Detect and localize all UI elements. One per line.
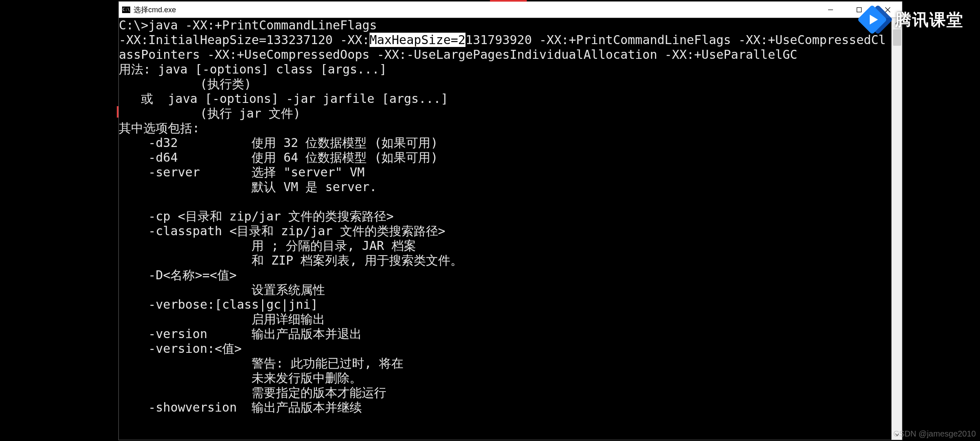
terminal-line: 启用详细输出 (119, 312, 325, 326)
terminal-line: 需要指定的版本才能运行 (119, 385, 386, 400)
terminal-line: assPointers -XX:+UseCompressedOops -XX:-… (119, 47, 797, 62)
terminal-line: 用法: java [-options] class [args...] (119, 62, 387, 76)
terminal-line: 131793920 -XX:+PrintCommandLineFlags -XX… (466, 33, 886, 47)
vertical-scrollbar[interactable] (891, 18, 902, 440)
terminal-line: -d32 使用 32 位数据模型 (如果可用) (119, 136, 438, 150)
window-controls (816, 2, 902, 18)
terminal-line: 和 ZIP 档案列表, 用于搜索类文件。 (119, 253, 463, 267)
titlebar[interactable]: C:\ 选择cmd.exe (119, 2, 902, 18)
terminal-line: 或 java [-options] -jar jarfile [args...] (119, 91, 448, 106)
terminal-line: -verbose:[class|gc|jni] (119, 297, 318, 312)
terminal-line: -version:<值> (119, 341, 242, 356)
cmd-icon: C:\ (122, 7, 130, 13)
chevron-up-icon (895, 21, 900, 26)
terminal-line: -d64 使用 64 位数据模型 (如果可用) (119, 150, 438, 165)
terminal-line: 其中选项包括: (119, 121, 200, 135)
terminal-line: 用 ; 分隔的目录, JAR 档案 (119, 238, 416, 253)
csdn-watermark: CSDN @jamesge2010 (893, 429, 976, 439)
terminal-line: -classpath <目录和 zip/jar 文件的类搜索路径> (119, 224, 445, 238)
terminal-output[interactable]: C:\>java -XX:+PrintCommandLineFlags -XX:… (119, 18, 891, 440)
terminal-line: (执行类) (119, 77, 252, 91)
cmd-window: C:\ 选择cmd.exe C:\>java -XX:+PrintCommand… (118, 1, 902, 440)
terminal-line: 设置系统属性 (119, 283, 325, 297)
terminal-line: -version 输出产品版本并退出 (119, 327, 362, 341)
brand-text: 腾讯课堂 (895, 9, 964, 31)
close-button[interactable] (873, 2, 902, 18)
close-icon (885, 7, 891, 13)
terminal-line: (执行 jar 文件) (119, 106, 301, 120)
minimize-button[interactable] (816, 2, 845, 18)
maximize-icon (856, 7, 862, 13)
scrollbar-thumb[interactable] (893, 29, 901, 46)
terminal-line: 默认 VM 是 server. (119, 180, 377, 194)
svg-rect-1 (857, 8, 862, 12)
terminal-line: -server 选择 "server" VM (119, 165, 365, 179)
terminal-line: C:\>java -XX:+PrintCommandLineFlags (119, 18, 377, 32)
terminal-line: 未来发行版中删除。 (119, 371, 362, 385)
maximize-button[interactable] (845, 2, 873, 18)
terminal-line: -XX:InitialHeapSize=133237120 -XX: (119, 33, 370, 47)
terminal-line: -D<名称>=<值> (119, 268, 237, 282)
selected-text: MaxHeapSize=2 (370, 33, 466, 47)
terminal-line: -cp <目录和 zip/jar 文件的类搜索路径> (119, 209, 394, 223)
accent-bar (490, 0, 527, 2)
window-title: 选择cmd.exe (134, 5, 176, 15)
terminal-line: -showversion 输出产品版本并继续 (119, 400, 362, 414)
scroll-up-button[interactable] (892, 18, 902, 29)
minimize-icon (828, 7, 833, 13)
terminal-line: 警告: 此功能已过时, 将在 (119, 356, 403, 370)
